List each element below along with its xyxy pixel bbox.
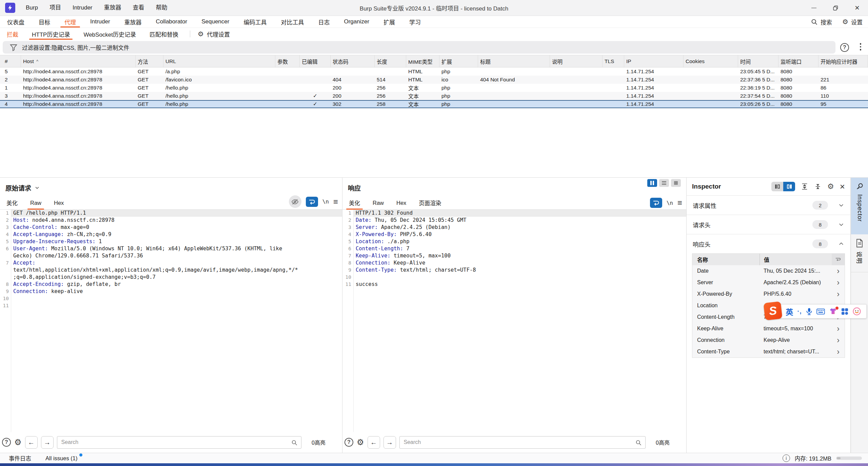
- column-header[interactable]: 监听端口: [778, 55, 818, 67]
- request-panel-title[interactable]: 原始请求: [5, 183, 40, 192]
- previous-match-button[interactable]: ←: [368, 436, 380, 449]
- next-match-button[interactable]: →: [383, 436, 396, 449]
- column-header[interactable]: 时间: [738, 55, 778, 67]
- editor-menu-icon[interactable]: ≡: [677, 199, 682, 207]
- column-header[interactable]: 已编辑: [300, 55, 331, 67]
- header-row[interactable]: Content-Typetext/html; charset=UT...›: [692, 346, 845, 357]
- header-row[interactable]: ConnectionKeep-Alive›: [692, 334, 845, 346]
- main-tab[interactable]: Organizer: [337, 16, 376, 27]
- sub-tab[interactable]: 拦截: [0, 28, 25, 40]
- table-row[interactable]: 5http://node4.anna.nssctf.cn:28978GET/a.…: [0, 67, 868, 76]
- column-header[interactable]: 参数: [275, 55, 300, 67]
- sub-tab[interactable]: WebSocket历史记录: [77, 28, 143, 40]
- header-row[interactable]: X-Powered-ByPHP/5.6.40›: [692, 288, 845, 300]
- layout-columns-button[interactable]: [647, 179, 657, 187]
- close-button[interactable]: ×: [846, 0, 868, 16]
- main-tab[interactable]: 学习: [402, 16, 428, 27]
- main-tab[interactable]: 编码工具: [236, 16, 274, 27]
- previous-match-button[interactable]: ←: [25, 436, 38, 449]
- editor-tab[interactable]: 美化: [349, 196, 360, 209]
- inspector-section[interactable]: 请求头8: [687, 215, 850, 234]
- column-header[interactable]: 方法: [136, 55, 163, 67]
- editor-tab[interactable]: 页面渲染: [419, 196, 441, 209]
- table-row[interactable]: 3http://node4.anna.nssctf.cn:28978GET/he…: [0, 92, 868, 100]
- settings-button[interactable]: ⚙ 设置: [842, 18, 863, 26]
- ime-punctuation-icon[interactable]: ·,: [797, 308, 802, 315]
- main-tab[interactable]: 代理: [57, 16, 83, 27]
- editor-menu-icon[interactable]: ≡: [333, 198, 338, 206]
- info-icon[interactable]: i: [783, 454, 790, 462]
- wrap-lines-button[interactable]: [306, 197, 318, 207]
- event-log-button[interactable]: 事件日志: [9, 454, 31, 462]
- microphone-icon[interactable]: [806, 308, 812, 315]
- response-editor[interactable]: 1HTTP/1.1 302 Found2Date: Thu, 05 Dec 20…: [342, 210, 686, 432]
- request-editor[interactable]: 1GET /hello.php HTTP/1.12Host: node4.ann…: [0, 210, 342, 432]
- table-row[interactable]: 4http://node4.anna.nssctf.cn:28978GET/he…: [0, 100, 868, 108]
- column-header[interactable]: 标题: [478, 55, 550, 67]
- ime-skin-icon[interactable]: [829, 308, 837, 315]
- menu-item[interactable]: 项目: [44, 0, 67, 16]
- main-tab[interactable]: 对比工具: [274, 16, 311, 27]
- wrap-lines-button[interactable]: [650, 198, 662, 208]
- main-tab[interactable]: Collaborator: [149, 16, 195, 27]
- main-tab[interactable]: Sequencer: [194, 16, 236, 27]
- column-header[interactable]: 长度: [375, 55, 406, 67]
- column-header[interactable]: IP: [624, 55, 684, 67]
- sub-tab[interactable]: HTTP历史记录: [25, 28, 77, 40]
- editor-tab[interactable]: Hex: [54, 196, 64, 209]
- main-tab[interactable]: 仪表盘: [0, 16, 32, 27]
- inspector-section[interactable]: 请求属性2: [687, 195, 850, 215]
- sub-tab[interactable]: 匹配和替换: [143, 28, 185, 40]
- proxy-settings-button[interactable]: ⚙ 代理设置: [195, 30, 233, 38]
- minimize-button[interactable]: [803, 0, 825, 16]
- main-tab[interactable]: 扩展: [376, 16, 402, 27]
- layout-rows-button[interactable]: [659, 179, 669, 187]
- table-row[interactable]: 1http://node4.anna.nssctf.cn:28978GET/he…: [0, 84, 868, 92]
- filter-settings-bar[interactable]: 过滤器设置:隐藏CSS, 图片,一般二进制文件: [3, 41, 835, 54]
- keyboard-icon[interactable]: [816, 308, 825, 315]
- header-row[interactable]: DateThu, 05 Dec 2024 15:...›: [692, 265, 845, 277]
- header-row[interactable]: ServerApache/2.4.25 (Debian)›: [692, 277, 845, 288]
- hide-nonprintable-button[interactable]: [289, 195, 301, 208]
- newline-toggle[interactable]: \n: [322, 198, 329, 205]
- main-tab[interactable]: 重放器: [117, 16, 149, 27]
- header-row[interactable]: Keep-Alivetimeout=5, max=100›: [692, 323, 845, 334]
- all-issues-button[interactable]: All issues (1): [45, 455, 77, 462]
- editor-tab[interactable]: Hex: [396, 196, 406, 209]
- column-header[interactable]: 状态码: [331, 55, 375, 67]
- help-icon[interactable]: ?: [2, 438, 11, 447]
- restore-button[interactable]: [825, 0, 846, 16]
- search-input[interactable]: [57, 436, 301, 448]
- next-match-button[interactable]: →: [41, 436, 54, 449]
- column-header[interactable]: 开始响应计时器: [818, 55, 868, 67]
- notes-side-tab[interactable]: 说明: [851, 234, 868, 272]
- help-icon[interactable]: ?: [344, 438, 353, 447]
- ime-language-mode[interactable]: 英: [786, 306, 793, 317]
- main-tab[interactable]: Intruder: [83, 16, 117, 27]
- column-header[interactable]: 说明: [550, 55, 603, 67]
- column-header[interactable]: Host^: [21, 55, 136, 67]
- column-header[interactable]: URL: [163, 55, 275, 67]
- wrap-column-icon[interactable]: [832, 254, 845, 265]
- table-row[interactable]: 2http://node4.anna.nssctf.cn:28978GET/fa…: [0, 76, 868, 84]
- editor-tab[interactable]: 美化: [6, 196, 18, 209]
- layout-single-button[interactable]: [671, 179, 681, 187]
- gear-icon[interactable]: ⚙: [14, 438, 22, 446]
- menu-item[interactable]: Intruder: [67, 0, 98, 16]
- inspector-side-tab[interactable]: Inspector: [851, 178, 868, 234]
- gear-icon[interactable]: ⚙: [357, 438, 364, 446]
- ime-emoji-icon[interactable]: [853, 307, 861, 315]
- column-header[interactable]: #: [0, 55, 21, 67]
- kebab-menu-icon[interactable]: [860, 43, 862, 51]
- column-header[interactable]: TLS: [603, 55, 624, 67]
- close-icon[interactable]: ×: [840, 182, 845, 191]
- newline-toggle[interactable]: \n: [667, 200, 673, 206]
- inspector-section[interactable]: 响应头8: [687, 234, 850, 253]
- collapse-all-icon[interactable]: [814, 183, 822, 190]
- column-header[interactable]: MIME类型: [406, 55, 439, 67]
- editor-tab[interactable]: Raw: [30, 196, 41, 209]
- editor-tab[interactable]: Raw: [373, 196, 384, 209]
- main-tab[interactable]: 目标: [32, 16, 57, 27]
- docked-view-button[interactable]: [771, 182, 783, 191]
- expand-all-icon[interactable]: [801, 183, 808, 190]
